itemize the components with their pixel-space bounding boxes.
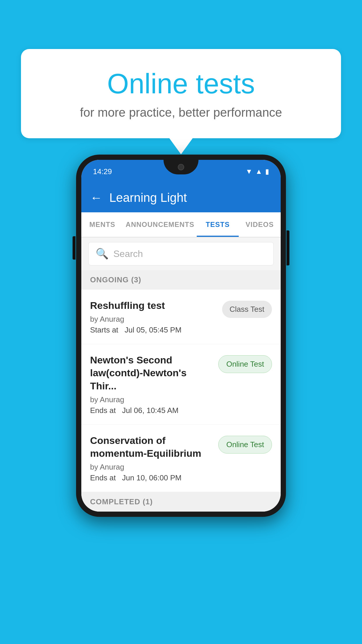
date-value: Jul 06, 10:45 AM: [122, 406, 179, 415]
tab-announcements[interactable]: ANNOUNCEMENTS: [123, 212, 197, 237]
tab-tests[interactable]: TESTS: [197, 212, 239, 237]
badge-online-test: Online Test: [218, 355, 272, 373]
app-bar-title: Learning Light: [109, 191, 187, 205]
test-item-date: Ends at Jun 10, 06:00 PM: [90, 473, 212, 482]
tab-ments[interactable]: MENTS: [81, 212, 123, 237]
test-item-info: Reshuffling test by Anurag Starts at Jul…: [90, 299, 216, 335]
date-value: Jun 10, 06:00 PM: [122, 473, 182, 482]
camera-dot: [178, 164, 184, 170]
phone-outer-frame: 14:29 ▼ ▲ ▮ ← Learning Light MENTS: [76, 155, 286, 517]
test-item-author: by Anurag: [90, 395, 212, 404]
test-item-date: Ends at Jul 06, 10:45 AM: [90, 406, 212, 415]
app-bar: ← Learning Light: [81, 183, 281, 212]
test-item[interactable]: Reshuffling test by Anurag Starts at Jul…: [81, 290, 281, 344]
search-input-box[interactable]: 🔍 Search: [88, 242, 274, 265]
battery-icon: ▮: [265, 167, 269, 176]
test-item[interactable]: Newton's Second law(contd)-Newton's Thir…: [81, 344, 281, 425]
test-item-date: Starts at Jul 05, 05:45 PM: [90, 326, 216, 335]
speech-bubble-arrow: [169, 138, 193, 154]
date-label: Ends at: [90, 406, 116, 415]
date-label: Ends at: [90, 473, 116, 482]
search-placeholder: Search: [113, 249, 143, 259]
test-item-info: Newton's Second law(contd)-Newton's Thir…: [90, 354, 212, 415]
tab-videos[interactable]: VIDEOS: [239, 212, 281, 237]
back-button[interactable]: ←: [90, 191, 102, 205]
promo-speech-bubble: Online tests for more practice, better p…: [21, 49, 341, 154]
completed-section-header: COMPLETED (1): [81, 492, 281, 512]
search-icon: 🔍: [96, 248, 109, 260]
bubble-title: Online tests: [44, 68, 318, 100]
date-label: Starts at: [90, 326, 118, 334]
badge-class-test: Class Test: [222, 301, 272, 318]
tabs-bar: MENTS ANNOUNCEMENTS TESTS VIDEOS: [81, 212, 281, 237]
phone-screen: 14:29 ▼ ▲ ▮ ← Learning Light MENTS: [81, 160, 281, 512]
status-bar: 14:29 ▼ ▲ ▮: [81, 160, 281, 183]
search-container: 🔍 Search: [81, 237, 281, 270]
test-item-title: Newton's Second law(contd)-Newton's Thir…: [90, 354, 212, 392]
test-item-author: by Anurag: [90, 463, 212, 472]
test-item-author: by Anurag: [90, 315, 216, 324]
wifi-icon: ▼: [245, 167, 252, 176]
speech-bubble-box: Online tests for more practice, better p…: [21, 49, 341, 138]
test-item-title: Conservation of momentum-Equilibrium: [90, 434, 212, 460]
signal-icon: ▲: [255, 167, 262, 176]
badge-online-test-2: Online Test: [218, 436, 272, 454]
test-item[interactable]: Conservation of momentum-Equilibrium by …: [81, 425, 281, 492]
status-icons: ▼ ▲ ▮: [245, 167, 269, 176]
ongoing-section-header: ONGOING (3): [81, 270, 281, 290]
phone-mockup: 14:29 ▼ ▲ ▮ ← Learning Light MENTS: [76, 155, 286, 517]
test-item-info: Conservation of momentum-Equilibrium by …: [90, 434, 212, 482]
test-item-title: Reshuffling test: [90, 299, 216, 312]
date-value: Jul 05, 05:45 PM: [125, 326, 182, 334]
bubble-subtitle: for more practice, better performance: [44, 106, 318, 120]
status-time: 14:29: [93, 167, 112, 176]
phone-notch: [164, 160, 198, 174]
